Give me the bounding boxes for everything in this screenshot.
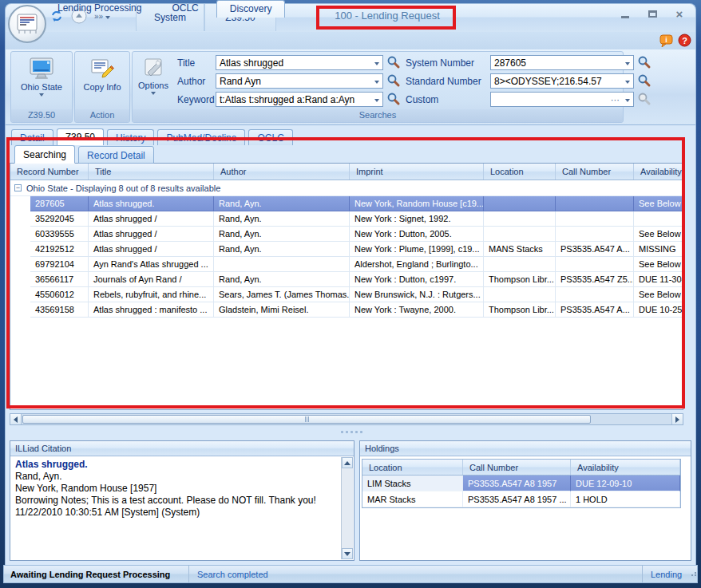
search-icon[interactable]	[386, 92, 401, 106]
application-menu-button[interactable]	[8, 5, 46, 43]
ribbon-tab-discovery[interactable]: Discovery	[216, 0, 286, 18]
options-button[interactable]: Options	[134, 53, 172, 109]
app-icon	[15, 13, 39, 35]
custom-search-input[interactable]: ⋯	[490, 92, 634, 107]
column-header-call-number[interactable]: Call Number	[556, 164, 634, 180]
result-row[interactable]: 60339555Atlas shrugged /Rand, Ayn.New Yo…	[30, 227, 683, 242]
cell-call-number: PS3535.A547 A...	[556, 242, 634, 257]
result-row[interactable]: 35292045Atlas shrugged /Rand, Ayn.New Yo…	[30, 211, 683, 227]
citation-vertical-scrollbar[interactable]	[341, 457, 353, 559]
system-number-input[interactable]: 287605	[490, 55, 634, 70]
holdings-row[interactable]: LIM StacksPS3535.A547 A8 1957DUE 12-09-1…	[362, 476, 680, 491]
main-tab-strip: Detail Z39.50 History PubMed/Docline OCL…	[11, 128, 293, 145]
results-header-row: Record Number Title Author Imprint Locat…	[10, 164, 683, 180]
scrollbar-thumb[interactable]	[22, 415, 591, 424]
close-button[interactable]: ×	[671, 8, 688, 20]
cell-record-number: 43569158	[30, 302, 89, 318]
scroll-right-button[interactable]	[671, 414, 683, 424]
dropdown-icon[interactable]	[374, 99, 379, 102]
column-header-availability[interactable]: Availability	[634, 164, 683, 180]
help-icon[interactable]: ?	[678, 34, 691, 47]
minimize-button[interactable]	[616, 8, 634, 20]
tab-z3950[interactable]: Z39.50	[57, 128, 104, 145]
result-row[interactable]: 45506012Rebels, rubyfruit, and rhine...S…	[30, 287, 683, 302]
tab-detail[interactable]: Detail	[11, 129, 53, 145]
down-arrow-icon	[344, 552, 350, 556]
cell-call-number	[556, 196, 634, 211]
holdings-column-availability[interactable]: Availability	[571, 460, 680, 475]
keyword-search-input[interactable]: t:Atlas t:shrugged a:Rand a:Ayn	[216, 92, 383, 107]
holdings-column-call-number[interactable]: Call Number	[463, 460, 571, 475]
scroll-left-button[interactable]	[10, 414, 22, 424]
cell-record-number: 42192512	[30, 242, 89, 257]
column-header-title[interactable]: Title	[89, 164, 214, 180]
scroll-down-button[interactable]	[342, 548, 353, 559]
result-row[interactable]: 287605Atlas shrugged.Rand, Ayn.New York,…	[30, 196, 683, 211]
dropdown-icon[interactable]	[374, 81, 379, 84]
ribbon-tab-oclc[interactable]: OCLC	[159, 0, 211, 18]
ellipsis-button[interactable]: ⋯	[611, 95, 620, 105]
tab-oclc[interactable]: OCLC	[248, 129, 292, 145]
holdings-panel: Holdings Location Call Number Availabili…	[359, 440, 691, 561]
cell-location: Thompson Libr...	[484, 302, 556, 318]
minimize-icon	[621, 16, 629, 18]
tab-pubmed-docline[interactable]: PubMed/Docline	[157, 129, 245, 145]
search-icon[interactable]	[637, 55, 651, 69]
column-header-location[interactable]: Location	[484, 164, 556, 180]
ohio-state-label: Ohio State	[21, 82, 62, 92]
scroll-up-button[interactable]	[342, 457, 353, 468]
options-icon	[141, 57, 165, 79]
standard-number-field-label: Standard Number	[406, 76, 481, 87]
cell-availability: DUE 11-30-	[634, 272, 683, 287]
cell-record-number: 60339555	[30, 227, 89, 242]
copy-info-button[interactable]: Copy Info	[77, 53, 128, 109]
dropdown-icon[interactable]	[625, 99, 630, 102]
ohio-state-button[interactable]: Ohio State	[16, 53, 67, 109]
dropdown-icon[interactable]	[625, 62, 630, 65]
tab-searching[interactable]: Searching	[14, 145, 75, 164]
dropdown-icon[interactable]	[374, 62, 379, 65]
search-icon-disabled	[637, 92, 651, 106]
keyword-field-label: Keyword	[177, 94, 215, 105]
result-row[interactable]: 43569158Atlas shrugged : manifesto ...Gl…	[30, 302, 683, 318]
cell-record-number: 287605	[30, 196, 89, 211]
result-row[interactable]: 69792104Ayn Rand's Atlas shrugged ...Ald…	[30, 257, 683, 272]
resize-grip[interactable]	[688, 572, 697, 576]
group-label-action: Action	[75, 109, 129, 122]
title-search-input[interactable]: Atlas shrugged	[216, 55, 383, 70]
cell-call-number	[556, 257, 634, 272]
cell-call-number	[556, 287, 634, 302]
result-row[interactable]: 36566117Journals of Ayn Rand /Rand, Ayn.…	[30, 272, 683, 287]
ribbon-tab-lending-processing[interactable]: Lending Processing	[45, 0, 154, 18]
cell-record-number: 45506012	[30, 287, 89, 302]
search-icon[interactable]	[386, 73, 401, 88]
column-header-imprint[interactable]: Imprint	[350, 164, 484, 180]
author-search-input[interactable]: Rand Ayn	[216, 73, 383, 89]
column-header-author[interactable]: Author	[214, 164, 350, 180]
standard-number-input[interactable]: 8><ODYSSEY;216.54.57	[490, 73, 634, 89]
search-icon[interactable]	[637, 73, 651, 88]
custom-field-label: Custom	[406, 94, 438, 105]
horizontal-scrollbar[interactable]	[10, 413, 683, 425]
result-row[interactable]: 42192512Atlas shrugged /Rand, Ayn.New Yo…	[30, 242, 683, 257]
cell-availability: See Below	[634, 287, 683, 302]
results-group-row[interactable]: − Ohio State - Displaying 8 out of 8 res…	[10, 180, 683, 196]
cell-call-number	[556, 227, 634, 242]
column-header-record-number[interactable]: Record Number	[10, 164, 89, 180]
citation-panel-title: ILLiad Citation	[10, 441, 354, 456]
cell-imprint: New York : Plume, [1999], c19...	[350, 242, 484, 257]
holdings-row[interactable]: MAR StacksPS3535.A547 A8 1957 ...1 HOLD	[362, 491, 680, 507]
maximize-button[interactable]	[644, 8, 661, 20]
cell-record-number: 36566117	[30, 272, 89, 287]
holdings-column-location[interactable]: Location	[362, 460, 463, 475]
cell-availability: DUE 10-25-	[634, 302, 683, 318]
tab-record-detail[interactable]: Record Detail	[78, 146, 154, 164]
search-icon[interactable]	[386, 55, 401, 69]
collapse-group-icon[interactable]: −	[14, 184, 22, 191]
dropdown-icon[interactable]	[625, 81, 630, 84]
alert-icon[interactable]: i	[659, 34, 673, 47]
cell-location	[484, 227, 556, 242]
splitter-handle[interactable]	[327, 431, 375, 435]
cell-author: Sears, James T. (James Thomas...	[214, 287, 350, 302]
tab-history[interactable]: History	[107, 129, 154, 145]
